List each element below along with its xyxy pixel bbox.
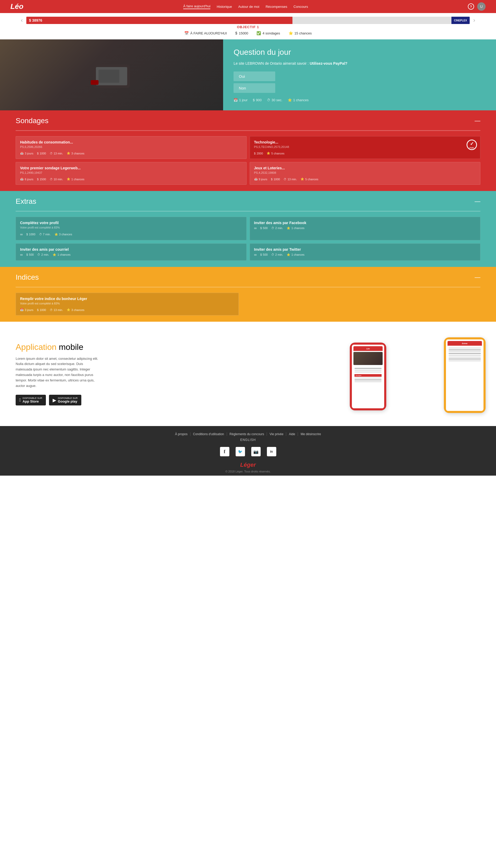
nav-item-concours[interactable]: Concours bbox=[294, 5, 308, 9]
card-1-coins: $ 2000 bbox=[254, 152, 263, 155]
chances-value: 1 chances bbox=[293, 98, 309, 102]
indices-header: Indices — bbox=[16, 273, 480, 282]
indices-0-chances: ⭐ 3 chances bbox=[67, 308, 84, 312]
coin-icon: $ bbox=[37, 152, 38, 155]
sondage-card-1[interactable]: ✓ Fait! Technologie... PS,5,TECHNO,2573,… bbox=[250, 136, 481, 159]
extras-3-coins-val: 500 bbox=[263, 253, 268, 256]
extras-3-time: ⏱ 2 min. bbox=[271, 253, 283, 256]
footer-link-reglements[interactable]: Règlements du concours bbox=[227, 432, 267, 436]
answer-oui[interactable]: Oui bbox=[234, 72, 275, 81]
extras-collapse[interactable]: — bbox=[475, 198, 480, 205]
indices-collapse[interactable]: — bbox=[475, 274, 480, 281]
timer-icon: ⏱ bbox=[39, 233, 42, 236]
logo-text: Léo bbox=[11, 2, 24, 11]
appstore-badge[interactable]:  DISPONIBLE SUR App Store bbox=[16, 395, 46, 405]
facebook-icon[interactable]: f bbox=[220, 447, 229, 456]
phone-back-screen: Extras bbox=[446, 340, 483, 411]
googleplay-badge-text: DISPONIBLE SUR Google play bbox=[58, 397, 78, 403]
card-0-time-val: 13 min. bbox=[54, 152, 63, 155]
android-icon: ▶ bbox=[53, 397, 56, 403]
nav-item-today[interactable]: À faire aujourd'hui bbox=[183, 4, 210, 9]
sondage-card-3[interactable]: Jeux et Loteries... PS,4,2532,19808 📅 9 … bbox=[250, 162, 481, 185]
timer-icon: ⏱ bbox=[50, 152, 53, 155]
nav-item-autour[interactable]: Autour de moi bbox=[238, 5, 259, 9]
nav-item-historique[interactable]: Historique bbox=[217, 5, 232, 9]
extras-0-inf: ∞ bbox=[20, 232, 23, 236]
progress-score: 38976 bbox=[32, 18, 42, 23]
star-icon: ⭐ bbox=[67, 308, 71, 312]
card-3-days-val: 9 jours bbox=[259, 178, 267, 181]
extras-1-inf: ∞ bbox=[254, 226, 257, 230]
help-icon[interactable]: ? bbox=[468, 3, 474, 10]
indices-title: Indices bbox=[16, 273, 39, 282]
infinity-icon: ∞ bbox=[20, 253, 23, 257]
footer-link-aide[interactable]: Aide bbox=[286, 432, 298, 436]
footer-link-apropos[interactable]: À propos bbox=[172, 432, 190, 436]
coin-icon: $ bbox=[29, 18, 31, 23]
done-label: Fait! bbox=[470, 147, 474, 149]
logo: Léo bbox=[11, 2, 24, 11]
indices-card-0-title: Remplir votre indice du bonheur Léger bbox=[20, 297, 234, 301]
card-2-coins-val: 1500 bbox=[40, 178, 46, 181]
card-3-days: 📅 9 jours bbox=[254, 177, 267, 181]
main-nav: À faire aujourd'hui Historique Autour de… bbox=[183, 4, 308, 9]
indices-0-time: ⏱ 13 min. bbox=[50, 309, 63, 312]
googleplay-badge[interactable]: ▶ DISPONIBLE SUR Google play bbox=[49, 395, 81, 405]
extras-1-time-val: 2 min. bbox=[275, 226, 283, 229]
question-duration: 📅 1 jour bbox=[234, 98, 248, 102]
sondages-header: Sondages — bbox=[16, 117, 480, 125]
indices-card-0[interactable]: Remplir votre indice du bonheur Léger Vo… bbox=[16, 293, 239, 315]
extras-2-coins: $ 500 bbox=[26, 253, 34, 256]
footer-link-vieprivee[interactable]: Vie privée bbox=[267, 432, 286, 436]
card-3-footer: 📅 9 jours $ 1000 ⏱ 13 min. ⭐ 5 chances bbox=[254, 177, 476, 181]
footer: À propos Conditions d'utilisation Règlem… bbox=[0, 426, 496, 476]
answer-non[interactable]: Non bbox=[234, 83, 275, 93]
linkedin-icon[interactable]: in bbox=[267, 447, 276, 456]
extras-section: Extras — Complétez votre profil Votre pr… bbox=[0, 191, 496, 267]
footer-link-conditions[interactable]: Conditions d'utilisation bbox=[190, 432, 227, 436]
footer-link-desinscrire[interactable]: Me désinscrire bbox=[298, 432, 323, 436]
extras-card-3[interactable]: Inviter des amis par Twitter ∞ $ 500 ⏱ 2… bbox=[250, 243, 481, 260]
duration-value: 1 jour bbox=[239, 98, 248, 102]
card-3-coins: $ 1000 bbox=[271, 178, 280, 181]
star-icon: ⭐ bbox=[289, 31, 293, 35]
footer-lang[interactable]: ENGLISH bbox=[11, 438, 485, 442]
indices-0-time-val: 13 min. bbox=[54, 309, 63, 312]
question-coins: $ 900 bbox=[253, 98, 262, 102]
card-0-days: 📅 3 jours bbox=[20, 152, 33, 155]
instagram-icon[interactable]: 📷 bbox=[251, 447, 261, 456]
sondages-collapse[interactable]: — bbox=[475, 117, 480, 124]
indices-card-0-subtitle: Votre profil est complété à 83% bbox=[20, 302, 234, 305]
coin-icon: $ bbox=[260, 253, 262, 256]
progress-bar: $ 38976 CINEPLEX bbox=[26, 17, 469, 24]
extras-card-0-subtitle: Votre profil est complété à 83% bbox=[20, 226, 242, 229]
card-1-coins-val: 2000 bbox=[257, 152, 263, 155]
extras-card-0[interactable]: Complétez votre profil Votre profil est … bbox=[16, 217, 247, 240]
extras-0-time: ⏱ 7 min. bbox=[39, 233, 51, 236]
extras-card-3-footer: ∞ $ 500 ⏱ 2 min. ⭐ 1 chances bbox=[254, 253, 476, 257]
indices-card-0-footer: 📅 3 jours $ 1000 ⏱ 13 min. ⭐ 3 chances bbox=[20, 308, 234, 312]
question-answers: Oui Non bbox=[234, 72, 485, 93]
extras-card-1[interactable]: Inviter des amis par Facebook ∞ $ 500 ⏱ … bbox=[250, 217, 481, 240]
extras-card-2[interactable]: Inviter des amis par courriel ∞ $ 500 ⏱ … bbox=[16, 243, 247, 260]
card-3-time: ⏱ 13 min. bbox=[283, 178, 297, 181]
extras-0-time-val: 7 min. bbox=[43, 233, 51, 236]
sondage-card-2[interactable]: Votre premier sondage Legerweb... PS,1,2… bbox=[16, 162, 247, 185]
card-2-subtitle: PS,1,2490,19437 bbox=[20, 171, 242, 174]
extras-card-3-title: Inviter des amis par Twitter bbox=[254, 247, 476, 252]
done-badge: ✓ Fait! bbox=[467, 139, 477, 150]
question-desc-text: Le site LEBROWN de Ontario aimerait savo… bbox=[234, 61, 310, 65]
card-0-subtitle: PS,6,2586,20266 bbox=[20, 145, 242, 148]
avatar[interactable]: U bbox=[477, 2, 485, 11]
phone-line bbox=[449, 355, 481, 356]
indices-0-chances-val: 3 chances bbox=[72, 309, 84, 312]
phone-line bbox=[449, 358, 481, 360]
phone-line bbox=[449, 360, 481, 361]
prev-arrow[interactable]: ‹ bbox=[21, 17, 23, 24]
sondage-card-0[interactable]: Habitudes de consommation... PS,6,2586,2… bbox=[16, 136, 247, 159]
next-arrow[interactable]: › bbox=[473, 17, 475, 24]
twitter-icon[interactable]: 🐦 bbox=[236, 447, 245, 456]
extras-card-2-title: Inviter des amis par courriel bbox=[20, 247, 242, 252]
question-footer: 📅 1 jour $ 900 ⏱ 30 sec. ⭐ 1 chances bbox=[234, 98, 485, 102]
nav-item-recompenses[interactable]: Récompenses bbox=[266, 5, 287, 9]
